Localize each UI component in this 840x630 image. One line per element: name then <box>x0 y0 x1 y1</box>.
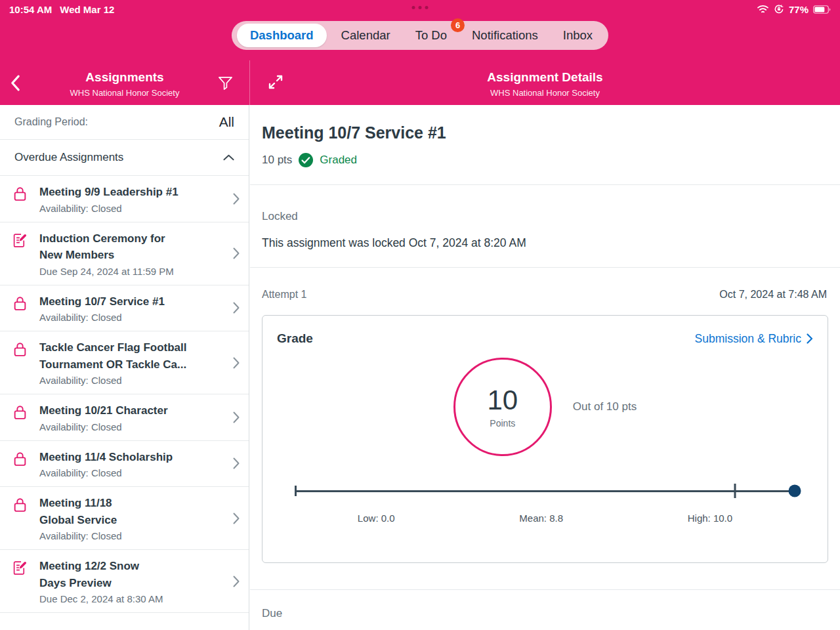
tab-calendar[interactable]: Calendar <box>331 23 401 48</box>
status-left: 10:54 AM Wed Mar 12 <box>9 4 114 15</box>
stat-high-label: High: 10.0 <box>688 513 732 524</box>
overdue-section-header[interactable]: Overdue Assignments <box>0 140 249 176</box>
tab-inbox[interactable]: Inbox <box>553 23 603 48</box>
submission-rubric-link[interactable]: Submission & Rubric <box>695 332 813 346</box>
assignment-title: Meeting 9/9 Leadership #1 <box>39 184 228 201</box>
tab-dashboard[interactable]: Dashboard <box>237 24 327 47</box>
assignment-detail-title: Meeting 10/7 Service #1 <box>262 123 828 142</box>
clock: 10:54 AM <box>9 4 52 15</box>
lock-icon <box>13 186 27 201</box>
assignment-subtitle: Availability: Closed <box>39 421 228 432</box>
app-screen: 10:54 AM Wed Mar 12 77% <box>0 0 840 630</box>
tab-notifications[interactable]: Notifications <box>461 23 549 48</box>
back-button[interactable] <box>5 72 25 93</box>
sidebar-titles: Assignments WHS National Honor Society <box>33 70 217 98</box>
due-label: Due <box>262 607 828 620</box>
chevron-right-icon <box>233 302 240 314</box>
points-status-row: 10 pts Graded <box>262 152 828 168</box>
out-of-points: Out of 10 pts <box>573 400 637 413</box>
tab-to-do[interactable]: To Do 6 <box>405 23 457 48</box>
detail-header-titles: Assignment Details WHS National Honor So… <box>283 70 807 98</box>
detail-header: Assignment Details WHS National Honor So… <box>250 62 840 105</box>
assignment-title: Meeting 12/2 Snow Days Preview <box>39 558 228 591</box>
lock-icon <box>13 342 27 357</box>
chevron-right-icon <box>233 357 240 369</box>
assignments-panel: Grading Period: All Overdue Assignments <box>0 105 249 630</box>
assignment-title: Meeting 10/21 Character <box>39 402 228 419</box>
assignment-row[interactable]: Meeting 10/7 Service #1 Availability: Cl… <box>0 285 249 332</box>
points-value: 10 pts <box>262 154 292 167</box>
attempt-row: Attempt 1 Oct 7, 2024 at 7:48 AM <box>262 289 827 301</box>
filter-button[interactable] <box>215 74 235 92</box>
low-end-cap <box>295 486 297 496</box>
grade-card-header: Grade Submission & Rubric <box>262 316 828 346</box>
assignment-row[interactable]: Tackle Cancer Flag Football Tournament O… <box>0 331 249 394</box>
assignment-list: Meeting 9/9 Leadership #1 Availability: … <box>0 176 249 613</box>
grading-period-row[interactable]: Grading Period: All <box>0 105 249 140</box>
divider <box>250 589 840 590</box>
graded-check-icon <box>298 152 314 168</box>
assignment-subtitle: Availability: Closed <box>39 203 228 214</box>
assignment-subtitle: Availability: Closed <box>39 530 228 541</box>
chevron-right-icon <box>233 576 240 587</box>
assignment-row[interactable]: Meeting 11/4 Scholarship Availability: C… <box>0 441 249 488</box>
status-bar: 10:54 AM Wed Mar 12 77% <box>0 0 840 18</box>
divider <box>250 267 840 268</box>
stat-low-label: Low: 0.0 <box>358 513 395 524</box>
attempt-label: Attempt 1 <box>262 289 306 301</box>
mean-marker <box>734 484 736 498</box>
grading-period-value[interactable]: All <box>219 114 234 130</box>
tab-label: Notifications <box>472 28 538 42</box>
chevron-right-icon <box>807 333 813 344</box>
assignment-subtitle: Availability: Closed <box>39 375 228 386</box>
assignment-title: Meeting 10/7 Service #1 <box>39 293 228 310</box>
sidebar-header: Assignments WHS National Honor Society <box>0 62 249 105</box>
lock-icon <box>13 405 27 420</box>
divider <box>250 184 840 185</box>
chevron-right-icon <box>233 193 240 205</box>
assignment-subtitle: Due Dec 2, 2024 at 8:30 AM <box>39 593 228 604</box>
score-number: 10 <box>487 385 518 415</box>
assignment-subtitle: Availability: Closed <box>39 312 228 323</box>
assignment-icon <box>12 560 28 576</box>
sidebar-title: Assignments <box>33 70 217 85</box>
chevron-up-icon[interactable] <box>223 154 234 161</box>
wifi-icon <box>757 5 769 14</box>
assignment-title: Meeting 11/18 Global Service <box>39 495 228 528</box>
assignment-subtitle: Availability: Closed <box>39 467 228 478</box>
score-circle: 10 Points <box>453 358 552 456</box>
detail-header-subtitle: WHS National Honor Society <box>283 88 807 98</box>
date: Wed Mar 12 <box>60 4 114 15</box>
lock-icon <box>13 497 27 513</box>
score-row: 10 Points Out of 10 pts <box>262 358 828 456</box>
statistics-labels: Low: 0.0 Mean: 8.8 High: 10.0 <box>295 513 795 524</box>
chevron-right-icon <box>233 513 240 524</box>
stat-mean-label: Mean: 8.8 <box>519 513 563 524</box>
assignment-row[interactable]: Meeting 12/2 Snow Days Preview Due Dec 2… <box>0 550 249 613</box>
assignment-detail-panel: Meeting 10/7 Service #1 10 pts Graded Lo… <box>250 105 840 630</box>
assignment-row[interactable]: Induction Ceremony for New Members Due S… <box>0 222 249 285</box>
grading-period-label: Grading Period: <box>14 116 88 128</box>
submission-rubric-label: Submission & Rubric <box>695 332 801 346</box>
tab-label: To Do <box>415 28 447 42</box>
assignment-icon <box>12 233 28 248</box>
grade-card: Grade Submission & Rubric 10 Points Out … <box>262 315 828 563</box>
assignment-row[interactable]: Meeting 9/9 Leadership #1 Availability: … <box>0 176 249 222</box>
graded-status: Graded <box>320 154 357 167</box>
locked-label: Locked <box>262 210 828 223</box>
assignment-title: Tackle Cancer Flag Football Tournament O… <box>39 339 228 373</box>
statistics-line <box>295 490 795 492</box>
grade-label: Grade <box>277 331 313 346</box>
assignment-row[interactable]: Meeting 11/18 Global Service Availabilit… <box>0 487 249 550</box>
assignment-subtitle: Due Sep 24, 2024 at 11:59 PM <box>39 266 228 277</box>
detail-header-title: Assignment Details <box>283 70 807 85</box>
top-nav-tabs: Dashboard Calendar To Do 6 Notifications… <box>232 21 608 50</box>
score-dot <box>789 485 801 497</box>
lock-icon <box>13 296 27 311</box>
battery-percent: 77% <box>789 4 808 15</box>
assignment-row[interactable]: Meeting 10/21 Character Availability: Cl… <box>0 394 249 441</box>
sidebar-subtitle: WHS National Honor Society <box>33 88 217 98</box>
chevron-right-icon <box>233 457 240 469</box>
tab-label: Dashboard <box>250 28 314 42</box>
rotation-lock-icon <box>774 4 784 14</box>
